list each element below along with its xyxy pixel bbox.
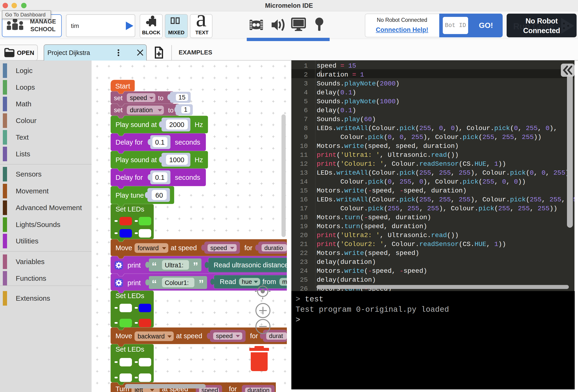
svg-text:Set LEDs: Set LEDs: [115, 345, 144, 353]
svg-text:Delay for: Delay for: [115, 139, 143, 146]
svg-text:Play sound at: Play sound at: [115, 121, 157, 128]
svg-text:Start: Start: [115, 82, 130, 90]
svg-text:Read: Read: [220, 278, 236, 286]
svg-text:forward: forward: [138, 245, 159, 252]
svg-text:Move: Move: [115, 244, 132, 252]
svg-text:speed: speed: [130, 94, 147, 101]
svg-text:at speed: at speed: [171, 244, 197, 252]
svg-text:duration: duration: [247, 387, 270, 392]
svg-text:print: print: [128, 279, 141, 287]
svg-text:Delay for: Delay for: [115, 174, 143, 181]
svg-text:seconds: seconds: [175, 174, 200, 181]
svg-text:print: print: [128, 261, 141, 269]
svg-text:hue: hue: [242, 278, 252, 285]
svg-text:Read ultrasonic distance: Read ultrasonic distance: [214, 261, 287, 269]
svg-text:from: from: [262, 278, 276, 286]
svg-text:2000: 2000: [169, 121, 185, 128]
svg-text:Set LEDs: Set LEDs: [115, 205, 144, 213]
svg-text:backward: backward: [138, 333, 165, 340]
svg-text:“: “: [152, 278, 157, 290]
svg-text:Hz: Hz: [195, 121, 203, 128]
svg-text:Hz: Hz: [195, 156, 203, 164]
svg-text:set: set: [114, 106, 123, 114]
svg-text:0.1: 0.1: [155, 139, 165, 146]
svg-text:speed: speed: [216, 332, 233, 340]
svg-text:a: a: [196, 13, 206, 30]
svg-text:durat: durat: [269, 332, 283, 340]
svg-text:duration: duration: [130, 106, 153, 114]
svg-text:Colour1:: Colour1:: [165, 279, 189, 286]
svg-text:set: set: [114, 94, 123, 102]
svg-text:Set LEDs: Set LEDs: [115, 292, 144, 299]
svg-text:”: ”: [199, 278, 204, 290]
svg-text:0.1: 0.1: [155, 174, 165, 181]
svg-text:Ultra1:: Ultra1:: [165, 262, 184, 269]
svg-text:for: for: [244, 244, 252, 252]
svg-text:15: 15: [178, 94, 186, 101]
svg-text:to: to: [168, 106, 174, 114]
svg-text:m: m: [282, 278, 287, 285]
svg-text:”: ”: [193, 260, 198, 272]
svg-text:at speed: at speed: [176, 332, 202, 340]
svg-text:for: for: [229, 385, 237, 392]
svg-text:Move: Move: [115, 332, 132, 340]
svg-text:to: to: [158, 94, 163, 102]
svg-text:Play tune: Play tune: [115, 192, 144, 199]
svg-text:duratio: duratio: [264, 244, 283, 251]
svg-text:seconds: seconds: [175, 139, 200, 146]
svg-text:1: 1: [184, 106, 187, 113]
svg-text:for: for: [250, 332, 258, 340]
svg-text:Play sound at: Play sound at: [115, 156, 157, 164]
svg-text:“: “: [152, 260, 157, 272]
svg-text:60: 60: [155, 192, 163, 199]
svg-text:1000: 1000: [169, 156, 185, 164]
svg-text:speed: speed: [210, 244, 227, 251]
